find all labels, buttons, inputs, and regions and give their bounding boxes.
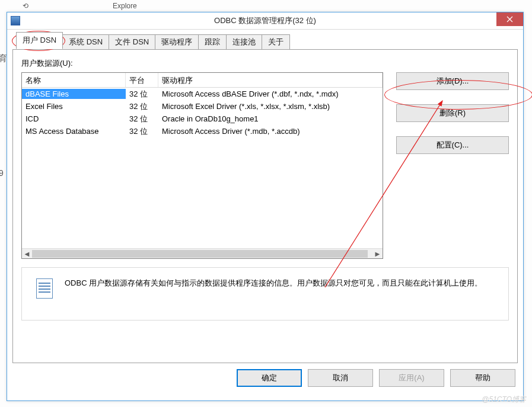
info-text: ODBC 用户数据源存储有关如何与指示的数据提供程序连接的信息。用户数据源只对您… xyxy=(65,277,482,290)
tab-关于[interactable]: 关于 xyxy=(262,34,290,50)
user-data-sources-label: 用户数据源(U): xyxy=(21,58,73,69)
tab-系统-DSN[interactable]: 系统 DSN xyxy=(62,34,109,50)
cell-platform: 32 位 xyxy=(126,113,158,125)
titlebar[interactable]: ODBC 数据源管理程序(32 位) xyxy=(7,12,523,30)
cell-platform: 32 位 xyxy=(126,88,158,100)
column-header-driver[interactable]: 驱动程序 xyxy=(158,73,383,87)
scroll-track[interactable] xyxy=(32,249,372,259)
configure-button[interactable]: 配置(C)... xyxy=(396,136,509,154)
tab-驱动程序[interactable]: 驱动程序 xyxy=(155,34,199,50)
cell-name: dBASE Files xyxy=(22,89,126,99)
tabstrip: 用户 DSN系统 DSN文件 DSN驱动程序跟踪连接池关于 xyxy=(16,35,518,49)
close-icon xyxy=(506,16,513,23)
scroll-thumb[interactable] xyxy=(32,250,368,258)
cell-platform: 32 位 xyxy=(126,101,158,113)
scroll-left-icon[interactable]: ◄ xyxy=(22,249,32,259)
explore-label: Explore xyxy=(113,2,137,10)
info-box: ODBC 用户数据源存储有关如何与指示的数据提供程序连接的信息。用户数据源只对您… xyxy=(21,267,509,321)
crop-fragment: 9 xyxy=(0,168,4,178)
help-button[interactable]: 帮助 xyxy=(450,369,515,387)
tab-用户-DSN[interactable]: 用户 DSN xyxy=(16,32,63,49)
cancel-button[interactable]: 取消 xyxy=(308,369,373,387)
apply-button[interactable]: 应用(A) xyxy=(379,369,444,387)
cell-platform: 32 位 xyxy=(126,126,158,137)
column-header-name[interactable]: 名称 xyxy=(22,73,126,87)
window-title: ODBC 数据源管理程序(32 位) xyxy=(214,15,316,26)
table-row[interactable]: ICD32 位Oracle in OraDb10g_home1 xyxy=(22,113,383,125)
cell-driver: Oracle in OraDb10g_home1 xyxy=(158,114,383,124)
table-row[interactable]: Excel Files32 位Microsoft Excel Driver (*… xyxy=(22,100,383,113)
tab-跟踪[interactable]: 跟踪 xyxy=(198,34,227,50)
cell-driver: Microsoft Excel Driver (*.xls, *.xlsx, *… xyxy=(158,101,383,111)
list-body: dBASE Files32 位Microsoft Access dBASE Dr… xyxy=(22,88,383,137)
dialog-buttons: 确定 取消 应用(A) 帮助 xyxy=(12,369,518,387)
client-area: 用户 DSN系统 DSN文件 DSN驱动程序跟踪连接池关于 用户数据源(U): … xyxy=(7,30,523,400)
cell-driver: Microsoft Access Driver (*.mdb, *.accdb) xyxy=(158,126,383,136)
table-row[interactable]: MS Access Database32 位Microsoft Access D… xyxy=(22,125,383,137)
tab-panel-user-dsn: 用户数据源(U): 名称 平台 驱动程序 dBASE Files32 位Micr… xyxy=(12,49,518,363)
column-header-platform[interactable]: 平台 xyxy=(126,73,158,87)
cell-name: ICD xyxy=(22,114,126,124)
watermark: @51CTO博客 xyxy=(482,395,526,405)
cell-name: MS Access Database xyxy=(22,126,126,136)
list-headers[interactable]: 名称 平台 驱动程序 xyxy=(22,73,383,88)
ok-button[interactable]: 确定 xyxy=(237,369,302,387)
tab-文件-DSN[interactable]: 文件 DSN xyxy=(109,34,155,50)
table-row[interactable]: dBASE Files32 位Microsoft Access dBASE Dr… xyxy=(22,88,383,100)
remove-button[interactable]: 删除(R) xyxy=(396,104,509,122)
horizontal-scrollbar[interactable]: ◄ ► xyxy=(22,248,383,258)
tab-连接池[interactable]: 连接池 xyxy=(226,34,262,50)
add-button[interactable]: 添加(D)... xyxy=(396,72,509,90)
scroll-right-icon[interactable]: ► xyxy=(372,249,383,259)
app-icon xyxy=(11,16,20,25)
datasource-icon xyxy=(33,277,56,301)
content-row: 名称 平台 驱动程序 dBASE Files32 位Microsoft Acce… xyxy=(21,72,509,259)
browser-fragment: ⟲ xyxy=(23,2,28,10)
cell-driver: Microsoft Access dBASE Driver (*.dbf, *.… xyxy=(158,89,383,99)
close-button[interactable] xyxy=(496,12,523,26)
odbc-admin-window: ODBC 数据源管理程序(32 位) 用户 DSN系统 DSN文件 DSN驱动程… xyxy=(7,12,524,401)
cell-name: Excel Files xyxy=(22,101,126,111)
side-buttons: 添加(D)... 删除(R) 配置(C)... xyxy=(396,72,509,259)
dsn-listview[interactable]: 名称 平台 驱动程序 dBASE Files32 位Microsoft Acce… xyxy=(21,72,383,259)
